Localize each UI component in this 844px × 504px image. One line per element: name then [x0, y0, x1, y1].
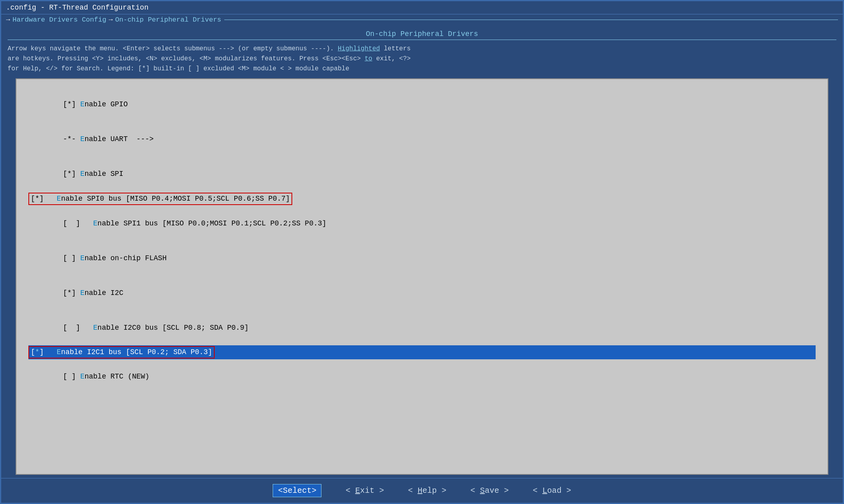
i2c0-bracket: [ ] — [63, 324, 93, 332]
i2c0-label: E — [93, 324, 98, 332]
menu-item-spi0[interactable]: [*] Enable SPI0 bus [MISO P0.4;MOSI P0.5… — [28, 191, 816, 206]
main-window: .config - RT-Thread Configuration → Hard… — [0, 0, 844, 504]
i2c-label: E — [80, 289, 85, 297]
main-content: On-chip Peripheral Drivers Arrow keys na… — [1, 25, 843, 478]
breadcrumb-sep: → — [109, 16, 113, 24]
menu-item-uart[interactable]: -*- Enable UART ---> — [28, 122, 816, 157]
help-label: H — [417, 486, 422, 495]
spi0-red-box: [*] Enable SPI0 bus [MISO P0.4;MOSI P0.5… — [28, 193, 292, 205]
menu-item-gpio[interactable]: [*] Enable GPIO — [28, 87, 816, 122]
save-label: S — [480, 486, 485, 495]
menu-panel: [*] Enable GPIO -*- Enable UART ---> [*]… — [16, 78, 828, 475]
menu-item-rtc[interactable]: [ ] Enable RTC (NEW) — [28, 359, 816, 394]
window-title: .config - RT-Thread Configuration — [6, 4, 148, 12]
menu-item-i2c1[interactable]: [*] Enable I2C1 bus [SCL P0.2; SDA P0.3] — [28, 345, 816, 359]
panel-title: On-chip Peripheral Drivers — [8, 28, 836, 40]
menu-item-i2c[interactable]: [*] Enable I2C — [28, 276, 816, 311]
bottom-bar: <Select> < Exit > < Help > < Save > < Lo… — [1, 478, 843, 503]
help-text: Arrow keys navigate the menu. <Enter> se… — [8, 40, 836, 78]
rtc-label: E — [80, 373, 85, 380]
gpio-label: E — [80, 100, 85, 108]
spi-label: E — [80, 170, 85, 178]
help-line3: for Help, </> for Search. Legend: [*] bu… — [8, 64, 836, 74]
flash-label: E — [80, 254, 85, 262]
breadcrumb-bar: → Hardware Drivers Config → On-chip Peri… — [1, 14, 843, 25]
select-button[interactable]: <Select> — [273, 484, 321, 497]
help-line2: are hotkeys. Pressing <Y> includes, <N> … — [8, 54, 836, 64]
flash-bracket: [ ] — [63, 254, 80, 262]
to-word: to — [365, 55, 372, 62]
save-button[interactable]: < Save > — [471, 486, 509, 495]
load-button[interactable]: < Load > — [533, 486, 571, 495]
menu-item-spi1[interactable]: [ ] Enable SPI1 bus [MISO P0.0;MOSI P0.1… — [28, 206, 816, 241]
rtc-bracket: [ ] — [63, 373, 80, 380]
menu-item-spi[interactable]: [*] Enable SPI — [28, 157, 816, 191]
title-bar: .config - RT-Thread Configuration — [1, 1, 843, 14]
help-button[interactable]: < Help > — [408, 486, 446, 495]
highlighted-word: Highlighted — [338, 45, 380, 52]
uart-prefix: -*- — [63, 135, 80, 143]
breadcrumb-part2: On-chip Peripheral Drivers — [115, 16, 221, 24]
exit-label: E — [355, 486, 360, 495]
spi-bracket: [*] — [63, 170, 80, 178]
help-line1: Arrow keys navigate the menu. <Enter> se… — [8, 44, 836, 54]
uart-label: E — [80, 135, 85, 143]
load-label: L — [543, 486, 547, 495]
spi1-bracket: [ ] — [63, 219, 93, 227]
i2c1-red-box: [*] Enable I2C1 bus [SCL P0.2; SDA P0.3] — [28, 346, 215, 359]
exit-button[interactable]: < Exit > — [345, 486, 384, 495]
i2c-bracket: [*] — [63, 289, 80, 297]
menu-item-flash[interactable]: [ ] Enable on-chip FLASH — [28, 241, 816, 276]
spi1-label: E — [93, 219, 98, 227]
gpio-bracket: [*] — [63, 100, 80, 108]
breadcrumb-arrow: → — [6, 16, 10, 24]
breadcrumb-part1: Hardware Drivers Config — [12, 16, 106, 24]
menu-item-i2c0[interactable]: [ ] Enable I2C0 bus [SCL P0.8; SDA P0.9] — [28, 311, 816, 345]
panel-title-text: On-chip Peripheral Drivers — [366, 30, 478, 38]
